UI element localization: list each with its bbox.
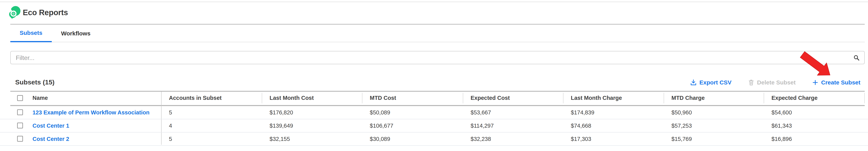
cell-mtd-cost: $30,089 (370, 132, 390, 145)
cell-mtd-charge: $57,253 (672, 119, 692, 132)
cell-last-month-charge: $74,668 (571, 119, 591, 132)
column-divider (262, 93, 262, 103)
cell-accounts: 4 (169, 119, 172, 132)
cell-mtd-cost: $50,089 (370, 106, 390, 119)
column-header-name[interactable]: Name (32, 92, 48, 104)
column-header-mtd-cost[interactable]: MTD Cost (370, 92, 396, 104)
page-title: Eco Reports (23, 8, 68, 17)
table-row: Cost Center 2 5 $32,155 $30,089 $32,238 … (0, 132, 868, 146)
export-csv-label: Export CSV (700, 79, 732, 86)
cell-last-month-cost: $32,155 (270, 132, 290, 145)
cell-mtd-cost: $106,677 (370, 119, 393, 132)
download-icon (690, 79, 697, 86)
action-buttons: Export CSV Delete Subset Create Subset (690, 78, 860, 88)
column-divider (664, 93, 664, 103)
column-divider (864, 93, 865, 103)
tab-workflows[interactable]: Workflows (52, 25, 100, 42)
cell-mtd-charge: $15,769 (672, 132, 692, 145)
filter-input[interactable] (16, 52, 849, 64)
subset-name-link[interactable]: 123 Example of Perm Workflow Association (32, 106, 150, 119)
column-header-last-month-cost[interactable]: Last Month Cost (270, 92, 314, 104)
table-row: 123 Example of Perm Workflow Association… (0, 106, 868, 119)
column-divider (362, 93, 362, 103)
filter-bar (10, 51, 865, 64)
cell-expected-cost: $53,667 (471, 106, 491, 119)
column-header-accounts[interactable]: Accounts in Subset (169, 92, 222, 104)
delete-subset-button[interactable]: Delete Subset (748, 79, 796, 86)
cell-last-month-cost: $139,649 (270, 119, 293, 132)
cell-expected-charge: $54,600 (772, 106, 792, 119)
row-checkbox[interactable] (17, 109, 23, 115)
cell-accounts: 5 (169, 132, 172, 145)
search-icon (854, 55, 860, 61)
column-divider (463, 93, 463, 103)
cell-last-month-charge: $174,839 (571, 106, 594, 119)
plus-icon (812, 80, 818, 86)
column-header-expected-charge[interactable]: Expected Charge (772, 92, 817, 104)
section-title: Subsets (15) (15, 79, 55, 86)
delete-subset-label: Delete Subset (757, 79, 796, 86)
row-checkbox[interactable] (17, 136, 23, 142)
select-all-checkbox[interactable] (17, 95, 23, 101)
page-top-divider (0, 2, 868, 2)
trash-icon (748, 79, 754, 86)
create-subset-label: Create Subset (821, 79, 860, 86)
subset-name-link[interactable]: Cost Center 2 (32, 132, 69, 145)
tab-bar: Subsets Workflows (10, 25, 865, 42)
create-subset-button[interactable]: Create Subset (812, 79, 860, 86)
cell-expected-cost: $114,297 (471, 119, 494, 132)
cell-expected-charge: $61,343 (772, 119, 792, 132)
cell-expected-charge: $16,896 (772, 132, 792, 145)
subset-name-link[interactable]: Cost Center 1 (32, 119, 69, 132)
row-checkbox[interactable] (17, 123, 23, 128)
export-csv-button[interactable]: Export CSV (690, 79, 732, 86)
cell-expected-cost: $32,238 (471, 132, 491, 145)
eco-logo-icon (9, 6, 21, 19)
tab-subsets[interactable]: Subsets (10, 25, 52, 42)
cell-mtd-charge: $50,960 (672, 106, 692, 119)
column-header-expected-cost[interactable]: Expected Cost (471, 92, 510, 104)
cell-accounts: 5 (169, 106, 172, 119)
column-divider (563, 93, 563, 103)
column-header-mtd-charge[interactable]: MTD Charge (672, 92, 705, 104)
column-header-last-month-charge[interactable]: Last Month Charge (571, 92, 622, 104)
cell-last-month-charge: $17,303 (571, 132, 591, 145)
column-divider (764, 93, 764, 103)
cell-last-month-cost: $176,820 (270, 106, 293, 119)
table-header-row: Name Accounts in Subset Last Month Cost … (0, 92, 868, 104)
table-row: Cost Center 1 4 $139,649 $106,677 $114,2… (0, 119, 868, 132)
